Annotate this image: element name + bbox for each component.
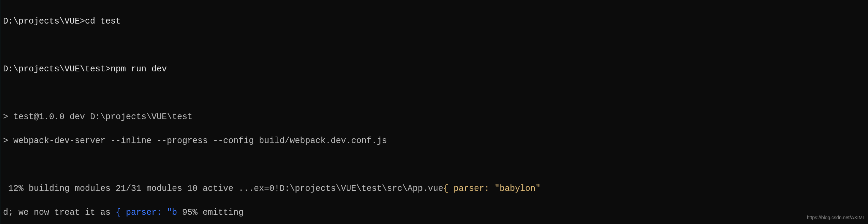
- blank-line: [3, 39, 868, 51]
- parser-text: { parser: "b: [116, 208, 177, 218]
- build-text: d; we now treat it as: [3, 208, 116, 218]
- build-progress-line: d; we now treat it as { parser: "b 95% e…: [3, 207, 868, 219]
- prompt-line: D:\projects\VUE>cd test: [3, 15, 868, 27]
- watermark-text: https://blog.csdn.net/AXIMI: [807, 214, 864, 221]
- build-progress-text: 12% building modules 21/31 modules 10 ac…: [3, 184, 443, 194]
- prompt-line: D:\projects\VUE\test>npm run dev: [3, 63, 868, 75]
- command-text: cd test: [85, 16, 121, 26]
- parser-warning: { parser: "babylon": [443, 184, 540, 194]
- blank-line: [3, 87, 868, 99]
- npm-script-line: > test@1.0.0 dev D:\projects\VUE\test: [3, 111, 868, 123]
- prompt-path: D:\projects\VUE>: [3, 16, 85, 26]
- build-progress-line: 12% building modules 21/31 modules 10 ac…: [3, 183, 868, 195]
- command-text: npm run dev: [111, 64, 167, 74]
- npm-script-line: > webpack-dev-server --inline --progress…: [3, 135, 868, 147]
- prompt-path: D:\projects\VUE\test>: [3, 64, 111, 74]
- emit-text: 95% emitting: [177, 208, 244, 218]
- terminal-output[interactable]: D:\projects\VUE>cd test D:\projects\VUE\…: [0, 3, 868, 224]
- blank-line: [3, 159, 868, 171]
